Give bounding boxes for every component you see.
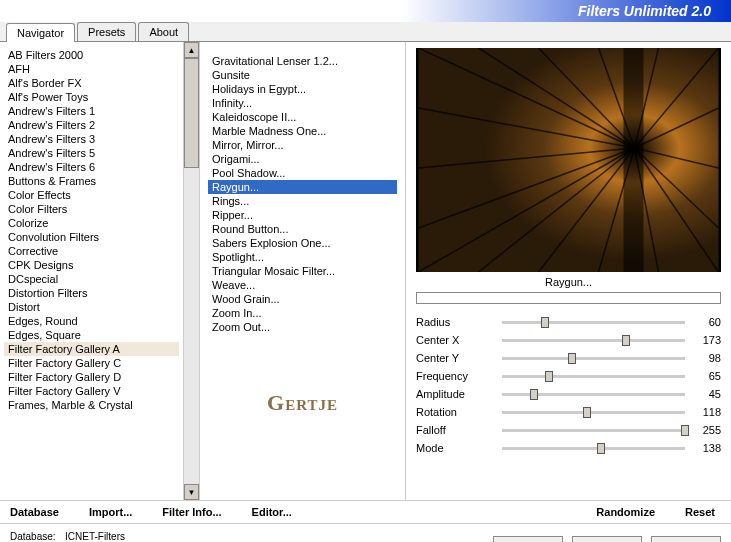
list-item[interactable]: Andrew's Filters 2: [4, 118, 179, 132]
help-button[interactable]: Help: [651, 536, 721, 542]
cancel-button[interactable]: Cancel: [572, 536, 642, 542]
list-item[interactable]: Triangular Mosaic Filter...: [208, 264, 397, 278]
param-slider[interactable]: [502, 447, 685, 450]
tab-presets[interactable]: Presets: [77, 22, 136, 41]
svg-rect-19: [624, 48, 644, 272]
param-row: Center Y98: [416, 350, 721, 366]
param-slider[interactable]: [502, 321, 685, 324]
list-item[interactable]: Corrective: [4, 244, 179, 258]
list-item[interactable]: Origami...: [208, 152, 397, 166]
list-item[interactable]: Gravitational Lenser 1.2...: [208, 54, 397, 68]
param-slider[interactable]: [502, 411, 685, 414]
slider-thumb[interactable]: [583, 407, 591, 418]
slider-thumb[interactable]: [541, 317, 549, 328]
param-slider[interactable]: [502, 339, 685, 342]
param-value: 65: [691, 370, 721, 382]
scroll-down-icon[interactable]: ▼: [184, 484, 199, 500]
list-item[interactable]: Raygun...: [208, 180, 397, 194]
list-item[interactable]: Marble Madness One...: [208, 124, 397, 138]
slider-thumb[interactable]: [622, 335, 630, 346]
list-item[interactable]: Holidays in Egypt...: [208, 82, 397, 96]
param-label: Rotation: [416, 406, 496, 418]
list-item[interactable]: Zoom Out...: [208, 320, 397, 334]
param-label: Falloff: [416, 424, 496, 436]
database-button[interactable]: Database: [10, 506, 59, 518]
list-item[interactable]: Colorize: [4, 216, 179, 230]
editor-button[interactable]: Editor...: [252, 506, 292, 518]
app-title: Filters Unlimited 2.0: [578, 3, 711, 19]
list-item[interactable]: Edges, Square: [4, 328, 179, 342]
list-item[interactable]: Distort: [4, 300, 179, 314]
list-item[interactable]: Buttons & Frames: [4, 174, 179, 188]
slider-thumb[interactable]: [530, 389, 538, 400]
randomize-button[interactable]: Randomize: [596, 506, 655, 518]
list-item[interactable]: DCspecial: [4, 272, 179, 286]
slider-thumb[interactable]: [597, 443, 605, 454]
list-item[interactable]: Color Filters: [4, 202, 179, 216]
param-slider[interactable]: [502, 375, 685, 378]
list-item[interactable]: AB Filters 2000: [4, 48, 179, 62]
scroll-up-icon[interactable]: ▲: [184, 42, 199, 58]
param-slider[interactable]: [502, 357, 685, 360]
tab-navigator[interactable]: Navigator: [6, 23, 75, 42]
param-label: Center X: [416, 334, 496, 346]
param-value: 173: [691, 334, 721, 346]
footer-buttons: Apply Cancel Help: [487, 536, 721, 542]
list-item[interactable]: Filter Factory Gallery A: [4, 342, 179, 356]
list-item[interactable]: Andrew's Filters 3: [4, 132, 179, 146]
param-slider[interactable]: [502, 429, 685, 432]
list-item[interactable]: Andrew's Filters 6: [4, 160, 179, 174]
list-item[interactable]: Zoom In...: [208, 306, 397, 320]
param-slider[interactable]: [502, 393, 685, 396]
preview-image: [416, 48, 721, 272]
watermark: Gertje: [204, 390, 401, 416]
list-item[interactable]: CPK Designs: [4, 258, 179, 272]
list-item[interactable]: Round Button...: [208, 222, 397, 236]
param-row: Rotation118: [416, 404, 721, 420]
list-item[interactable]: Filter Factory Gallery V: [4, 384, 179, 398]
list-item[interactable]: Ripper...: [208, 208, 397, 222]
list-item[interactable]: Rings...: [208, 194, 397, 208]
list-item[interactable]: Weave...: [208, 278, 397, 292]
parameter-list: Radius60Center X173Center Y98Frequency65…: [416, 314, 721, 456]
footer-info: Database: ICNET-Filters Filters: 716: [10, 530, 487, 542]
list-item[interactable]: Gunsite: [208, 68, 397, 82]
list-item[interactable]: Wood Grain...: [208, 292, 397, 306]
filter-list[interactable]: Gravitational Lenser 1.2...GunsiteHolida…: [204, 48, 401, 340]
list-item[interactable]: Edges, Round: [4, 314, 179, 328]
list-item[interactable]: Alf's Border FX: [4, 76, 179, 90]
reset-button[interactable]: Reset: [685, 506, 715, 518]
param-row: Center X173: [416, 332, 721, 348]
list-item[interactable]: Alf's Power Toys: [4, 90, 179, 104]
preview-panel: Raygun... Radius60Center X173Center Y98F…: [406, 42, 731, 500]
slider-thumb[interactable]: [568, 353, 576, 364]
list-item[interactable]: Mirror, Mirror...: [208, 138, 397, 152]
slider-thumb[interactable]: [545, 371, 553, 382]
list-item[interactable]: Andrew's Filters 1: [4, 104, 179, 118]
param-label: Center Y: [416, 352, 496, 364]
scroll-thumb[interactable]: [184, 58, 199, 168]
filter-group-list[interactable]: AB Filters 2000AFHAlf's Border FXAlf's P…: [0, 42, 183, 500]
scrollbar[interactable]: ▲ ▼: [183, 42, 199, 500]
import-button[interactable]: Import...: [89, 506, 132, 518]
filter-info-button[interactable]: Filter Info...: [162, 506, 221, 518]
list-item[interactable]: Kaleidoscope II...: [208, 110, 397, 124]
param-value: 45: [691, 388, 721, 400]
tab-about[interactable]: About: [138, 22, 189, 41]
list-item[interactable]: Filter Factory Gallery C: [4, 356, 179, 370]
progress-bar: [416, 292, 721, 304]
list-item[interactable]: Distortion Filters: [4, 286, 179, 300]
list-item[interactable]: Convolution Filters: [4, 230, 179, 244]
filter-group-panel: AB Filters 2000AFHAlf's Border FXAlf's P…: [0, 42, 200, 500]
list-item[interactable]: Filter Factory Gallery D: [4, 370, 179, 384]
list-item[interactable]: Color Effects: [4, 188, 179, 202]
list-item[interactable]: Sabers Explosion One...: [208, 236, 397, 250]
list-item[interactable]: Infinity...: [208, 96, 397, 110]
list-item[interactable]: Andrew's Filters 5: [4, 146, 179, 160]
list-item[interactable]: AFH: [4, 62, 179, 76]
apply-button[interactable]: Apply: [493, 536, 563, 542]
slider-thumb[interactable]: [681, 425, 689, 436]
list-item[interactable]: Pool Shadow...: [208, 166, 397, 180]
list-item[interactable]: Spotlight...: [208, 250, 397, 264]
list-item[interactable]: Frames, Marble & Crystal: [4, 398, 179, 412]
